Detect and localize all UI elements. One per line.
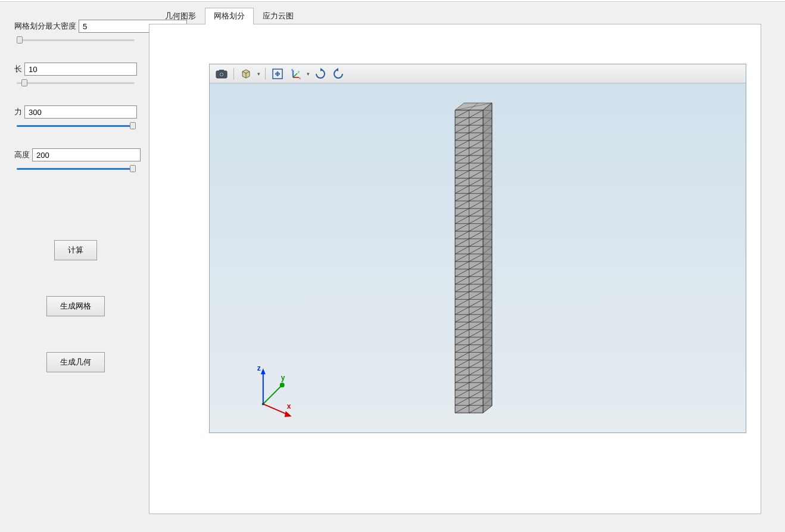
viewport-frame: ▾ zyx ▾ zyx <box>149 24 761 514</box>
svg-point-259 <box>280 382 285 387</box>
rotate-cw-icon[interactable] <box>312 66 329 82</box>
slider-thumb[interactable] <box>130 122 136 129</box>
generate-mesh-button[interactable]: 生成网格 <box>46 296 105 316</box>
sidebar: 网格划分最大密度 长 力 高度 <box>0 2 149 532</box>
tab-stress[interactable]: 应力云图 <box>254 8 303 24</box>
svg-text:z: z <box>291 68 293 71</box>
label-length: 长 <box>14 64 22 74</box>
slider-force[interactable] <box>14 120 137 132</box>
slider-track <box>17 82 135 84</box>
tab-bar: 几何图形 网格划分 应力云图 <box>156 8 761 24</box>
svg-line-261 <box>263 404 288 415</box>
fit-view-icon[interactable] <box>269 66 286 82</box>
tab-geometry[interactable]: 几何图形 <box>156 8 205 24</box>
viewport-toolbar: ▾ zyx ▾ <box>210 64 746 83</box>
field-height: 高度 <box>14 148 137 161</box>
rotate-ccw-icon[interactable] <box>330 66 347 82</box>
main-layout: 网格划分最大密度 长 力 高度 <box>0 2 785 532</box>
axes-icon[interactable]: zyx <box>287 66 304 82</box>
cube-dropdown-icon[interactable]: ▾ <box>256 71 261 77</box>
input-height[interactable] <box>32 148 141 161</box>
generate-geometry-button[interactable]: 生成几何 <box>46 352 105 372</box>
content-area: 几何图形 网格划分 应力云图 ▾ <box>149 2 785 532</box>
input-force[interactable] <box>24 105 137 119</box>
toolbar-separator <box>265 68 266 80</box>
cube-icon[interactable] <box>238 66 254 82</box>
svg-line-258 <box>263 385 282 404</box>
action-buttons: 计算 生成网格 生成几何 <box>14 240 137 372</box>
svg-point-264 <box>262 403 264 405</box>
slider-thumb[interactable] <box>21 79 27 86</box>
svg-text:x: x <box>299 76 301 80</box>
slider-length[interactable] <box>14 77 137 89</box>
input-length[interactable] <box>24 63 137 76</box>
slider-thumb[interactable] <box>130 165 136 172</box>
field-length: 长 <box>14 63 137 76</box>
viewport-3d[interactable]: ▾ zyx ▾ zyx <box>209 64 746 433</box>
label-mesh-density: 网格划分最大密度 <box>14 21 76 32</box>
field-force: 力 <box>14 105 137 119</box>
svg-point-3 <box>220 73 223 76</box>
svg-text:y: y <box>281 374 285 382</box>
slider-fill <box>17 168 131 170</box>
slider-fill <box>17 125 131 127</box>
svg-text:z: z <box>257 364 261 372</box>
svg-marker-256 <box>261 368 266 374</box>
label-height: 高度 <box>14 150 30 160</box>
axes-dropdown-icon[interactable]: ▾ <box>305 71 311 77</box>
svg-text:x: x <box>287 402 291 410</box>
field-mesh-density: 网格划分最大密度 <box>14 20 137 33</box>
slider-mesh-density[interactable] <box>14 34 137 46</box>
slider-track <box>17 39 135 41</box>
toolbar-separator <box>233 68 234 80</box>
label-force: 力 <box>14 107 22 117</box>
svg-rect-1 <box>219 70 224 71</box>
calculate-button[interactable]: 计算 <box>54 240 97 260</box>
mesh-rendering: zyx <box>210 83 746 433</box>
tab-mesh[interactable]: 网格划分 <box>205 8 254 24</box>
svg-text:y: y <box>298 70 300 73</box>
camera-icon[interactable] <box>213 66 230 82</box>
svg-marker-262 <box>285 411 292 417</box>
slider-height[interactable] <box>14 163 137 175</box>
slider-thumb[interactable] <box>17 36 23 43</box>
